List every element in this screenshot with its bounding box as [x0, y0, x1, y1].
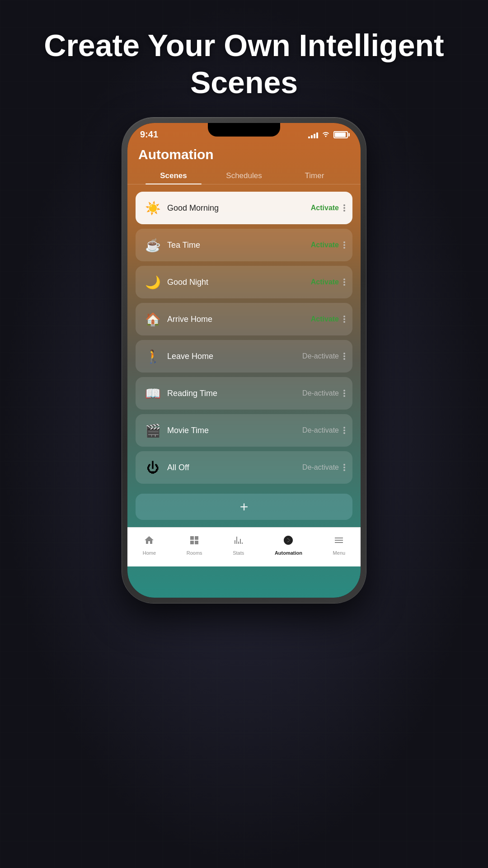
scene-icon-tea-time: ☕ [143, 235, 163, 255]
scene-item-good-morning[interactable]: ☀️ Good Morning Activate [136, 192, 352, 224]
scene-action-good-morning[interactable]: Activate [311, 204, 339, 212]
scene-icon-leave-home: 🚶 [143, 346, 163, 366]
status-icons [308, 131, 348, 139]
nav-item-rooms[interactable]: Rooms [178, 533, 211, 557]
scene-more-movie-time[interactable] [343, 427, 345, 434]
scene-more-leave-home[interactable] [343, 353, 345, 360]
signal-bar-4 [316, 132, 318, 138]
scene-name-movie-time: Movie Time [167, 426, 302, 435]
signal-bar-1 [308, 137, 310, 138]
scene-icon-good-morning: ☀️ [143, 198, 163, 218]
page-title-area: Create Your Own Intelligent Scenes [0, 0, 488, 101]
scene-icon-reading-time: 📖 [143, 383, 163, 403]
app-title: Automation [138, 147, 350, 162]
scene-name-reading-time: Reading Time [167, 389, 302, 398]
tab-scenes[interactable]: Scenes [138, 168, 209, 184]
nav-label-menu: Menu [333, 550, 346, 556]
automation-icon [283, 535, 294, 548]
nav-item-menu[interactable]: Menu [324, 533, 355, 557]
scene-icon-good-night: 🌙 [143, 272, 163, 292]
home-icon [144, 535, 155, 548]
scene-item-reading-time[interactable]: 📖 Reading Time De-activate [136, 377, 352, 410]
scene-item-all-off[interactable]: ⏻ All Off De-activate [136, 451, 352, 484]
nav-item-home[interactable]: Home [134, 533, 165, 557]
wifi-icon [322, 131, 330, 139]
rooms-icon [189, 535, 200, 548]
signal-bar-3 [314, 134, 315, 138]
scene-action-arrive-home[interactable]: Activate [311, 315, 339, 323]
bottom-nav: Home Rooms [127, 527, 361, 566]
scene-more-reading-time[interactable] [343, 390, 345, 397]
scene-name-leave-home: Leave Home [167, 352, 302, 361]
phone-screen: 9:41 [127, 123, 361, 598]
scene-item-tea-time[interactable]: ☕ Tea Time Activate [136, 229, 352, 261]
scene-more-good-night[interactable] [343, 278, 345, 286]
phone-inner: 9:41 [127, 123, 361, 598]
scene-name-good-night: Good Night [167, 278, 311, 287]
nav-label-rooms: Rooms [187, 550, 202, 556]
scene-icon-arrive-home: 🏠 [143, 309, 163, 329]
menu-icon [333, 535, 344, 548]
nav-label-automation: Automation [275, 550, 302, 556]
tab-schedules[interactable]: Schedules [209, 168, 279, 184]
scene-item-movie-time[interactable]: 🎬 Movie Time De-activate [136, 414, 352, 447]
tabs-bar: Scenes Schedules Timer [127, 162, 361, 184]
status-time: 9:41 [140, 129, 158, 140]
scene-action-all-off[interactable]: De-activate [302, 463, 339, 472]
nav-item-stats[interactable]: Stats [224, 533, 253, 557]
phone-mockup: 9:41 [122, 118, 366, 603]
phone-notch [208, 123, 280, 137]
scene-name-arrive-home: Arrive Home [167, 315, 311, 324]
scene-item-leave-home[interactable]: 🚶 Leave Home De-activate [136, 340, 352, 373]
tab-timer[interactable]: Timer [279, 168, 350, 184]
stats-icon [233, 535, 244, 548]
scene-action-leave-home[interactable]: De-activate [302, 352, 339, 360]
signal-bar-2 [311, 135, 313, 138]
signal-icon [308, 131, 318, 138]
scene-name-all-off: All Off [167, 463, 302, 472]
scene-name-good-morning: Good Morning [167, 203, 311, 213]
scene-icon-movie-time: 🎬 [143, 420, 163, 440]
nav-item-automation[interactable]: Automation [266, 533, 311, 557]
battery-icon [333, 131, 348, 138]
scene-action-good-night[interactable]: Activate [311, 278, 339, 286]
scene-action-movie-time[interactable]: De-activate [302, 426, 339, 434]
add-scene-icon: + [240, 499, 249, 515]
scene-action-reading-time[interactable]: De-activate [302, 389, 339, 397]
nav-label-stats: Stats [233, 550, 244, 556]
scene-item-arrive-home[interactable]: 🏠 Arrive Home Activate [136, 303, 352, 335]
scenes-list: ☀️ Good Morning Activate ☕ [127, 184, 361, 491]
phone-outer: 9:41 [122, 118, 366, 603]
nav-label-home: Home [143, 550, 156, 556]
scene-more-good-morning[interactable] [343, 204, 345, 212]
scene-item-good-night[interactable]: 🌙 Good Night Activate [136, 266, 352, 298]
app-header: Automation [127, 143, 361, 162]
scene-action-tea-time[interactable]: Activate [311, 241, 339, 249]
add-scene-button[interactable]: + [136, 494, 352, 520]
page-title: Create Your Own Intelligent Scenes [0, 27, 488, 101]
scene-more-tea-time[interactable] [343, 241, 345, 249]
scene-more-all-off[interactable] [343, 464, 345, 471]
scene-icon-all-off: ⏻ [143, 458, 163, 477]
scene-more-arrive-home[interactable] [343, 316, 345, 323]
scene-name-tea-time: Tea Time [167, 241, 311, 250]
